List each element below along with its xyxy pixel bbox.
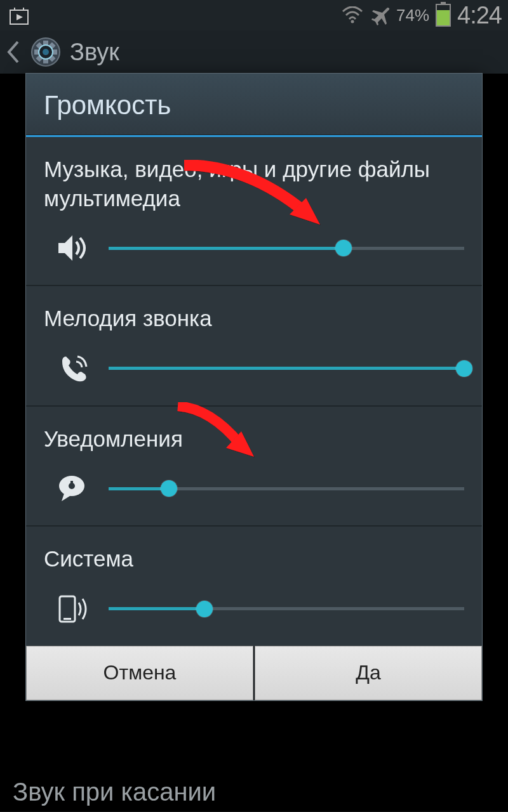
volume-section-ringtone: Мелодия звонка [26,286,482,407]
ok-button[interactable]: Да [255,646,482,700]
ok-button-label: Да [356,661,380,684]
phone-ringing-icon [55,353,93,384]
dialog-button-bar: Отмена Да [26,646,482,700]
volume-section-notifications: Уведомления [26,407,482,527]
volume-label-system: Система [44,544,464,573]
volume-section-system: Система [26,527,482,646]
svg-rect-9 [64,618,71,620]
volume-slider-ringtone[interactable] [109,360,464,377]
cancel-button-label: Отмена [104,661,177,684]
volume-section-media: Музыка, видео, игры и другие файлы мульт… [26,137,482,286]
notification-icon [55,473,93,504]
volume-slider-notifications[interactable] [109,480,464,497]
volume-slider-system[interactable] [109,600,464,618]
volume-slider-media[interactable] [109,239,464,257]
volume-dialog: Громкость Музыка, видео, игры и другие ф… [25,73,483,701]
speaker-icon [55,233,93,263]
volume-label-media: Музыка, видео, игры и другие файлы мульт… [44,155,464,213]
dialog-title: Громкость [26,74,482,135]
volume-label-ringtone: Мелодия звонка [44,304,464,333]
volume-label-notifications: Уведомления [44,424,464,454]
device-sound-icon [55,594,93,624]
svg-rect-7 [70,481,73,487]
dialog-mask: Громкость Музыка, видео, игры и другие ф… [0,0,508,812]
cancel-button[interactable]: Отмена [26,646,253,700]
